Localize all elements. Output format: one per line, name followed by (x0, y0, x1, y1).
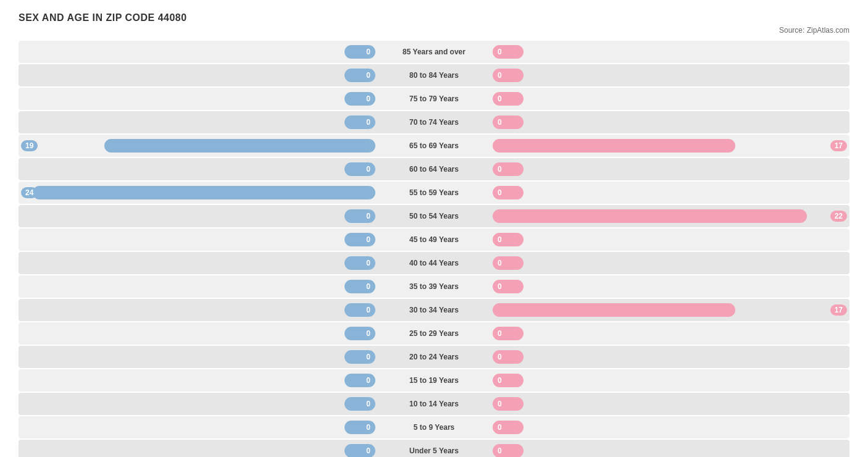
female-bar-zero: 0 (493, 374, 524, 387)
male-bar-zero: 0 (344, 233, 375, 246)
male-bar (33, 186, 375, 199)
chart-title: SEX AND AGE IN ZIP CODE 44080 (19, 12, 849, 23)
male-bar-zero: 0 (344, 397, 375, 411)
female-value-label: 17 (830, 304, 847, 316)
female-bar-zero: 0 (493, 256, 524, 270)
chart-row: 0075 to 79 Years (19, 88, 849, 110)
male-bar-zero: 0 (344, 92, 375, 106)
male-bar-zero: 0 (344, 327, 375, 340)
female-bar (493, 139, 735, 153)
female-bar-zero: 0 (493, 115, 524, 129)
left-half: 0 (19, 322, 434, 345)
left-half: 0 (19, 252, 434, 274)
chart-row: 0010 to 14 Years (19, 393, 849, 415)
female-bar-zero: 0 (493, 421, 524, 434)
chart-row: 0045 to 49 Years (19, 228, 849, 251)
right-half: 0 (434, 416, 849, 438)
right-half: 0 (434, 182, 849, 204)
female-bar-zero: 0 (493, 162, 524, 176)
right-half: 0 (434, 252, 849, 274)
female-bar-zero: 0 (493, 350, 524, 364)
left-half: 0 (19, 369, 434, 392)
source-label: Source: ZipAtlas.com (19, 26, 849, 35)
male-bar-zero: 0 (344, 115, 375, 129)
right-half: 0 (434, 111, 849, 133)
left-half: 0 (19, 205, 434, 227)
left-half: 0 (19, 440, 434, 457)
right-half: 0 (434, 88, 849, 110)
left-half: 0 (19, 393, 434, 415)
right-half: 0 (434, 440, 849, 457)
female-bar-zero: 0 (493, 186, 524, 199)
right-half: 17 (434, 135, 849, 157)
left-half: 0 (19, 64, 434, 86)
left-half: 0 (19, 111, 434, 133)
right-half: 0 (434, 228, 849, 251)
male-value-label: 24 (21, 187, 38, 198)
left-half: 24 (19, 182, 434, 204)
female-bar-zero: 0 (493, 397, 524, 411)
female-bar-zero: 0 (493, 45, 524, 59)
chart-row: 01730 to 34 Years (19, 299, 849, 321)
male-bar-zero: 0 (344, 374, 375, 387)
right-half: 0 (434, 64, 849, 86)
female-bar-zero: 0 (493, 444, 524, 457)
male-bar-zero: 0 (344, 256, 375, 270)
left-half: 19 (19, 135, 434, 157)
right-half: 0 (434, 346, 849, 368)
male-bar-zero: 0 (344, 45, 375, 59)
chart-row: 0060 to 64 Years (19, 158, 849, 180)
male-bar-zero: 0 (344, 303, 375, 317)
chart-row: 02250 to 54 Years (19, 205, 849, 227)
right-half: 0 (434, 158, 849, 180)
left-half: 0 (19, 416, 434, 438)
chart-row: 0025 to 29 Years (19, 322, 849, 345)
right-half: 17 (434, 299, 849, 321)
male-bar-zero: 0 (344, 209, 375, 223)
male-bar-zero: 0 (344, 444, 375, 457)
right-half: 0 (434, 393, 849, 415)
female-bar-zero: 0 (493, 327, 524, 340)
left-half: 0 (19, 346, 434, 368)
chart-row: 0085 Years and over (19, 41, 849, 63)
female-value-label: 22 (830, 211, 847, 222)
left-half: 0 (19, 299, 434, 321)
male-bar-zero: 0 (344, 280, 375, 293)
female-bar (493, 209, 807, 223)
male-bar-zero: 0 (344, 421, 375, 434)
left-half: 0 (19, 41, 434, 63)
left-half: 0 (19, 88, 434, 110)
male-bar (104, 139, 375, 153)
right-half: 0 (434, 369, 849, 392)
female-bar-zero: 0 (493, 92, 524, 106)
chart-row: 0080 to 84 Years (19, 64, 849, 86)
left-half: 0 (19, 228, 434, 251)
female-bar-zero: 0 (493, 69, 524, 82)
chart-area: 0085 Years and over0080 to 84 Years0075 … (19, 41, 849, 457)
chart-row: 0070 to 74 Years (19, 111, 849, 133)
female-bar (493, 303, 735, 317)
right-half: 0 (434, 41, 849, 63)
right-half: 0 (434, 322, 849, 345)
chart-row: 24055 to 59 Years (19, 182, 849, 204)
left-half: 0 (19, 158, 434, 180)
right-half: 22 (434, 205, 849, 227)
male-bar-zero: 0 (344, 350, 375, 364)
chart-row: 191765 to 69 Years (19, 135, 849, 157)
male-value-label: 19 (21, 140, 38, 151)
chart-row: 0015 to 19 Years (19, 369, 849, 392)
female-bar-zero: 0 (493, 280, 524, 293)
female-value-label: 17 (830, 140, 847, 151)
right-half: 0 (434, 275, 849, 298)
chart-row: 005 to 9 Years (19, 416, 849, 438)
chart-row: 0040 to 44 Years (19, 252, 849, 274)
chart-row: 00Under 5 Years (19, 440, 849, 457)
female-bar-zero: 0 (493, 233, 524, 246)
chart-row: 0020 to 24 Years (19, 346, 849, 368)
male-bar-zero: 0 (344, 69, 375, 82)
left-half: 0 (19, 275, 434, 298)
chart-row: 0035 to 39 Years (19, 275, 849, 298)
male-bar-zero: 0 (344, 162, 375, 176)
